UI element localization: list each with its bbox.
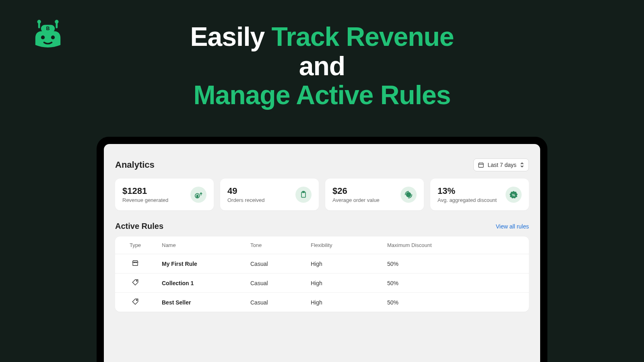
stat-value: 49 [227, 186, 264, 196]
date-range-picker[interactable]: Last 7 days [473, 158, 529, 171]
stat-value: $26 [332, 186, 380, 196]
table-row[interactable]: My First Rule Casual High 50% [115, 254, 529, 274]
table-header-row: Type Name Tone Flexibility Maximum Disco… [115, 237, 529, 254]
rules-title: Active Rules [115, 222, 163, 231]
stat-label: Revenue generated [122, 197, 168, 203]
stat-value: 13% [438, 186, 497, 196]
rule-name: My First Rule [155, 254, 244, 274]
headline-text: Easily [190, 22, 271, 51]
rules-table: Type Name Tone Flexibility Maximum Disco… [115, 237, 529, 312]
stat-value: $1281 [122, 186, 168, 196]
rule-tone: Casual [244, 274, 304, 293]
date-range-label: Last 7 days [487, 162, 516, 168]
calendar-icon [478, 162, 484, 168]
stat-aov: $26 Average order value $ [325, 179, 424, 210]
col-type: Type [115, 237, 155, 254]
svg-rect-16 [303, 191, 305, 192]
rule-tone: Casual [244, 293, 304, 312]
rule-max-discount: 50% [381, 274, 529, 293]
headline-accent: Manage Active Rules [194, 80, 451, 110]
marketing-headline: Easily Track Revenue and Manage Active R… [0, 22, 644, 110]
rule-flexibility: High [304, 293, 381, 312]
stat-orders: 49 Orders received [220, 179, 319, 210]
tablet-frame: Analytics Last 7 days $1281 R [97, 137, 547, 362]
rule-flexibility: High [304, 274, 381, 293]
rule-max-discount: 50% [381, 293, 529, 312]
svg-point-21 [136, 300, 137, 300]
dollar-circle-icon: $ [400, 187, 417, 203]
stat-label: Avg. aggregated discount [438, 197, 497, 203]
svg-text:$: $ [196, 194, 198, 198]
stat-label: Orders received [227, 197, 264, 203]
headline-accent: Track Revenue [272, 22, 454, 51]
svg-text:$: $ [408, 193, 409, 197]
clipboard-icon [295, 187, 312, 203]
table-row[interactable]: Collection 1 Casual High 50% [115, 274, 529, 293]
money-up-icon: $ [190, 187, 206, 203]
col-name: Name [155, 237, 244, 254]
percent-badge-icon: % [506, 187, 522, 203]
rule-tone: Casual [244, 254, 304, 274]
rule-name: Best Seller [155, 293, 244, 312]
stat-label: Average order value [332, 197, 380, 203]
store-icon [115, 254, 155, 274]
view-all-rules-link[interactable]: View all rules [496, 223, 529, 230]
rule-name: Collection 1 [155, 274, 244, 293]
rule-max-discount: 50% [381, 254, 529, 274]
tag-icon [115, 274, 155, 293]
svg-rect-8 [479, 163, 483, 167]
stat-discount: 13% Avg. aggregated discount % [430, 179, 529, 210]
rule-flexibility: High [304, 254, 381, 274]
col-flexibility: Flexibility [304, 237, 381, 254]
stats-grid: $1281 Revenue generated $ 49 Orders rece… [115, 179, 529, 210]
analytics-title: Analytics [115, 160, 155, 170]
stat-revenue: $1281 Revenue generated $ [115, 179, 214, 210]
tag-icon [115, 293, 155, 312]
sort-icon [520, 162, 524, 168]
svg-point-20 [136, 280, 137, 281]
col-tone: Tone [244, 237, 304, 254]
headline-text: and [299, 51, 345, 81]
svg-text:%: % [512, 193, 515, 197]
app-screen: Analytics Last 7 days $1281 R [104, 144, 540, 362]
col-max-discount: Maximum Discount [381, 237, 529, 254]
table-row[interactable]: Best Seller Casual High 50% [115, 293, 529, 312]
